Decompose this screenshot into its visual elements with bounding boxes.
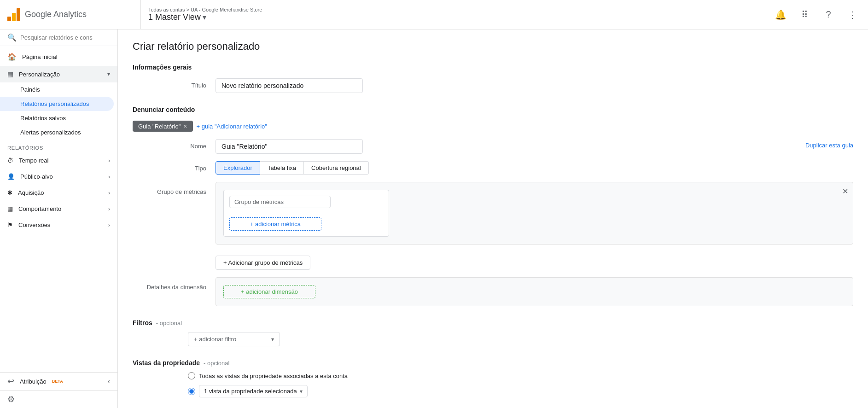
name-control [216,139,853,154]
relatorios-salvos-label: Relatórios salvos [20,115,66,122]
comportamento-icon: ▦ [7,205,13,212]
settings-area[interactable]: ⚙ [0,390,117,408]
property-view-dropdown-label: 1 vista da propriedade selecionada [204,388,297,395]
radio-all-input[interactable] [188,372,195,379]
header-center: Todas as contas > UA - Google Merchandis… [140,0,772,29]
help-button[interactable]: ? [820,6,837,23]
name-input[interactable] [216,139,363,154]
personalization-sub-items: Painéis Relatórios personalizados Relató… [0,82,117,140]
type-cobertura-regional-btn[interactable]: Cobertura regional [304,161,369,175]
duplicate-link[interactable]: Duplicar esta guia [805,142,853,149]
filters-title: Filtros [133,319,152,326]
sidebar-bottom[interactable]: ↩ Atribuição BETA ‹ [0,372,117,390]
reports-section-label: RELATÓRIOS [0,140,117,152]
beta-badge: BETA [52,379,63,384]
google-analytics-logo-icon [7,8,20,21]
type-tabela-fixa-btn[interactable]: Tabela fixa [260,161,304,175]
add-metrics-group-button[interactable]: + Adicionar grupo de métricas [216,256,310,270]
notifications-button[interactable]: 🔔 [772,6,789,23]
nav-group-conversoes[interactable]: ⚑ Conversões › [0,217,117,233]
metrics-row: Grupo de métricas + adicionar métrica ✕ … [133,182,853,270]
attribution-icon: ↩ [7,376,14,386]
property-view-dropdown-arrow: ▾ [300,388,303,395]
home-icon: 🏠 [7,52,17,61]
name-label: Nome [133,139,216,150]
title-input[interactable] [216,78,363,93]
app-title: Google Analytics [25,10,87,19]
nav-group-tempo-real[interactable]: ⏱ Tempo real › [0,152,117,169]
personalization-icon: ▦ [7,70,13,78]
relatorios-personalizados-label: Relatórios personalizados [20,100,89,107]
type-control: Explorador Tabela fixa Cobertura regiona… [216,161,853,175]
title-control [216,78,853,93]
sidebar: 🔍 🏠 Página inicial ▦ Personalização ▾ Pa… [0,29,118,408]
home-label: Página inicial [22,53,58,60]
apps-button[interactable]: ⠿ [796,6,813,23]
metrics-group-title-input[interactable] [229,196,331,208]
view-selector[interactable]: 1 Master View ▾ [148,12,772,22]
radio-one-input[interactable] [188,388,195,395]
nav-group-comportamento[interactable]: ▦ Comportamento › [0,201,117,217]
view-selector-label: 1 Master View [148,12,201,22]
app-body: 🔍 🏠 Página inicial ▦ Personalização ▾ Pa… [0,29,868,408]
report-tab-strip: Guia "Relatório" × + guia "Adicionar rel… [133,121,853,132]
filter-dropdown-arrow: ▾ [271,336,274,343]
publico-alvo-icon: 👤 [7,173,15,180]
property-views-section: Vistas da propriedade - opcional Todas a… [133,359,853,397]
tempo-real-icon: ⏱ [7,157,13,164]
top-header: Google Analytics Todas as contas > UA - … [0,0,868,29]
nav-group-aquisicao[interactable]: ✱ Aquisição › [0,185,117,201]
nav-group-personalization: ▦ Personalização ▾ Painéis Relatórios pe… [0,66,117,140]
radio-group: Todas as vistas da propriedade associada… [188,372,853,397]
sidebar-item-alertas-personalizados[interactable]: Alertas personalizados [0,125,114,140]
report-content-section: Denunciar conteúdo Guia "Relatório" × + … [133,106,853,306]
dimension-control: + adicionar dimensão [216,277,853,306]
metrics-control: + adicionar métrica ✕ + Adicionar grupo … [216,182,853,270]
tab-chip-label: Guia "Relatório" [138,123,181,130]
alertas-personalizados-label: Alertas personalizados [20,129,81,136]
tab-chip-close[interactable]: × [183,122,187,130]
property-views-optional: - opcional [204,360,229,367]
radio-all-label: Todas as vistas da propriedade associada… [199,373,348,379]
sidebar-item-relatorios-personalizados[interactable]: Relatórios personalizados [0,97,114,111]
search-input[interactable] [20,34,110,41]
search-icon: 🔍 [7,33,17,42]
add-tab-link[interactable]: + guia "Adicionar relatório" [197,123,267,130]
sidebar-collapse-button[interactable]: ‹ [108,377,110,385]
type-explorador-btn[interactable]: Explorador [216,161,260,175]
metrics-box-close-icon[interactable]: ✕ [842,187,848,196]
dimension-row: Detalhes da dimensão + adicionar dimensã… [133,277,853,306]
report-tab-chip[interactable]: Guia "Relatório" × [133,121,193,132]
title-row: Título [133,78,853,93]
add-metric-button[interactable]: + adicionar métrica [229,217,321,231]
add-dimension-button[interactable]: + adicionar dimensão [223,285,315,298]
sidebar-nav: 🏠 Página inicial ▦ Personalização ▾ Pain… [0,46,117,372]
property-view-dropdown[interactable]: 1 vista da propriedade selecionada ▾ [199,385,308,397]
header-actions: 🔔 ⠿ ? ⋮ [772,6,861,23]
nav-group-publico-alvo[interactable]: 👤 Público-alvo › [0,169,117,185]
sidebar-item-relatorios-salvos[interactable]: Relatórios salvos [0,111,114,125]
property-views-title: Vistas da propriedade [133,359,200,367]
aquisicao-icon: ✱ [7,189,12,196]
tempo-real-label: Tempo real [19,157,48,164]
logo-area: Google Analytics [7,8,140,21]
metrics-box: + adicionar métrica [223,190,389,237]
main-content: Criar relatório personalizado Informaçõe… [118,29,868,408]
personalization-label: Personalização [19,71,60,78]
general-info-section: Informações gerais Título [133,64,853,93]
dimension-label: Detalhes da dimensão [133,277,216,291]
sidebar-item-home[interactable]: 🏠 Página inicial [0,48,114,66]
filters-optional: - opcional [156,320,182,326]
nav-group-personalization-header[interactable]: ▦ Personalização ▾ [0,66,117,82]
radio-option-all: Todas as vistas da propriedade associada… [188,372,853,379]
add-filter-dropdown[interactable]: + adicionar filtro ▾ [188,332,280,346]
sidebar-item-paineis[interactable]: Painéis [0,82,114,97]
type-label: Tipo [133,161,216,172]
title-label: Título [133,78,216,89]
expand-icon: › [108,157,110,164]
expand-icon: ▾ [107,71,110,77]
expand-icon: › [108,206,110,212]
add-filter-label: + adicionar filtro [194,336,236,343]
expand-icon: › [108,174,110,180]
more-button[interactable]: ⋮ [844,6,861,23]
